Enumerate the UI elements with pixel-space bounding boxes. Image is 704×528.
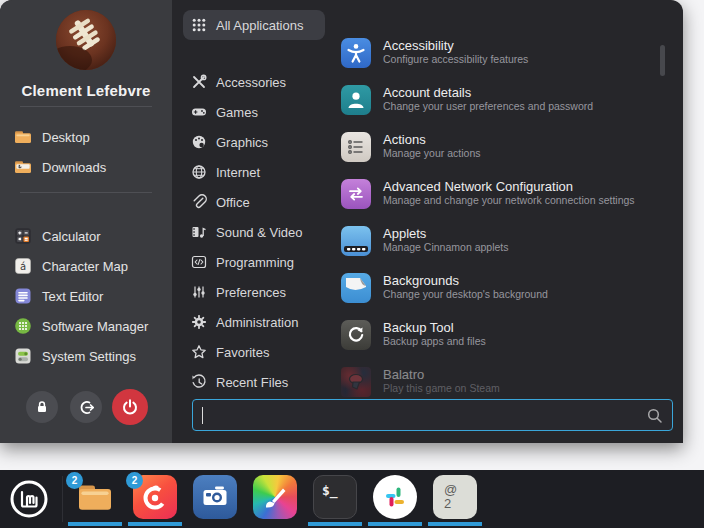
power-icon <box>121 398 139 416</box>
folder-icon <box>14 128 32 146</box>
app-name: Backgrounds <box>383 273 548 288</box>
category-all-applications[interactable]: All Applications <box>183 10 325 40</box>
category-office[interactable]: Office <box>183 187 325 217</box>
accessibility-icon <box>344 41 368 65</box>
list-icon <box>345 136 367 158</box>
search-icon <box>646 407 664 425</box>
app-row-balatro[interactable]: Balatro Play this game on Steam <box>341 367 653 397</box>
sidebar-item-calculator[interactable]: Calculator <box>14 221 164 251</box>
category-graphics[interactable]: Graphics <box>183 127 325 157</box>
category-label: Graphics <box>216 135 268 150</box>
palette-icon <box>191 134 207 150</box>
sidebar-item-desktop[interactable]: Desktop <box>14 122 164 152</box>
sidebar-item-label: Software Manager <box>42 319 148 334</box>
power-button[interactable] <box>112 389 148 425</box>
lock-button[interactable] <box>26 391 58 423</box>
sidebar-item-system-settings[interactable]: System Settings <box>14 341 164 371</box>
app-row-backup-tool[interactable]: Backup Tool Backup apps and files <box>341 320 653 350</box>
slack-running-indicator <box>368 522 422 526</box>
app-description: Manage and change your network connectio… <box>383 194 635 207</box>
app-list-scrollbar[interactable] <box>660 45 665 76</box>
gamepad-icon <box>191 104 207 120</box>
app-name: Advanced Network Configuration <box>383 179 635 194</box>
search-input[interactable] <box>193 400 672 430</box>
avatar[interactable] <box>56 10 116 70</box>
app-name: Applets <box>383 226 509 241</box>
category-internet[interactable]: Internet <box>183 157 325 187</box>
taskbar-screenshot-button[interactable] <box>193 475 237 519</box>
category-administration[interactable]: Administration <box>183 307 325 337</box>
app-row-backgrounds[interactable]: Backgrounds Change your desktop's backgr… <box>341 273 653 303</box>
app-row-applets[interactable]: Applets Manage Cinnamon applets <box>341 226 653 256</box>
at-symbol-label: @ <box>444 483 457 497</box>
code-icon <box>191 254 207 270</box>
mail-count-label: 2 <box>444 497 451 511</box>
software-manager-icon <box>14 317 32 335</box>
linux-mint-logo-icon <box>8 478 50 520</box>
balatro-icon <box>345 371 367 393</box>
slack-icon <box>383 485 407 509</box>
taskbar: 2 2 $_ <box>0 470 704 528</box>
category-preferences[interactable]: Preferences <box>183 277 325 307</box>
text-editor-icon <box>14 287 32 305</box>
category-games[interactable]: Games <box>183 97 325 127</box>
calculator-icon <box>14 227 32 245</box>
taskbar-mail-button[interactable]: @ 2 <box>433 475 477 519</box>
taskbar-slack-button[interactable] <box>373 475 417 519</box>
paperclip-icon <box>191 194 207 210</box>
menu-button[interactable] <box>8 478 50 520</box>
app-row-accessibility[interactable]: Accessibility Configure accessibility fe… <box>341 38 653 68</box>
sidebar-item-label: Character Map <box>42 259 128 274</box>
files-badge: 2 <box>66 472 83 489</box>
category-label: Accessories <box>216 75 286 90</box>
terminal-prompt-label: $_ <box>322 483 338 498</box>
taskbar-drawing-button[interactable] <box>253 475 297 519</box>
taskbar-terminal-button[interactable]: $_ <box>313 475 357 519</box>
app-row-advanced-network-configuration[interactable]: Advanced Network Configuration Manage an… <box>341 179 653 209</box>
gear-icon <box>191 314 207 330</box>
history-icon <box>191 374 207 390</box>
mail-running-indicator <box>428 522 482 526</box>
category-label: Internet <box>216 165 260 180</box>
character-map-icon: á <box>14 257 32 275</box>
files-running-indicator <box>68 522 122 526</box>
sidebar-divider <box>20 192 152 193</box>
category-label: Games <box>216 105 258 120</box>
sidebar-item-downloads[interactable]: Downloads <box>14 152 164 182</box>
category-label: All Applications <box>216 18 303 33</box>
app-description: Manage your actions <box>383 147 480 160</box>
app-description: Play this game on Steam <box>383 382 500 395</box>
camera-icon <box>200 482 230 512</box>
sliders-icon <box>191 284 207 300</box>
category-label: Preferences <box>216 285 286 300</box>
logout-button[interactable] <box>70 391 102 423</box>
category-programming[interactable]: Programming <box>183 247 325 277</box>
category-favorites[interactable]: Favorites <box>183 337 325 367</box>
app-name: Account details <box>383 85 593 100</box>
sidebar-item-label: System Settings <box>42 349 136 364</box>
star-icon <box>191 344 207 360</box>
category-accessories[interactable]: Accessories <box>183 67 325 97</box>
grid-icon <box>191 17 207 33</box>
firefox-icon <box>139 481 171 513</box>
paintbrush-icon <box>260 482 290 512</box>
sidebar-divider <box>20 106 152 107</box>
sidebar-item-character-map[interactable]: á Character Map <box>14 251 164 281</box>
category-recent-files[interactable]: Recent Files <box>183 367 325 397</box>
app-row-actions[interactable]: Actions Manage your actions <box>341 132 653 162</box>
svg-text:á: á <box>20 261 26 272</box>
app-name: Balatro <box>383 367 500 382</box>
sidebar-item-text-editor[interactable]: Text Editor <box>14 281 164 311</box>
app-row-account-details[interactable]: Account details Change your user prefere… <box>341 85 653 115</box>
downloads-folder-icon <box>14 158 32 176</box>
backgrounds-icon <box>341 273 371 303</box>
football-avatar-image <box>56 10 116 70</box>
terminal-running-indicator <box>308 522 362 526</box>
app-name: Actions <box>383 132 480 147</box>
category-label: Office <box>216 195 250 210</box>
category-sound-video[interactable]: Sound & Video <box>183 217 325 247</box>
sidebar-item-software-manager[interactable]: Software Manager <box>14 311 164 341</box>
category-label: Programming <box>216 255 294 270</box>
app-description: Backup apps and files <box>383 335 486 348</box>
taskbar-divider <box>62 476 63 522</box>
